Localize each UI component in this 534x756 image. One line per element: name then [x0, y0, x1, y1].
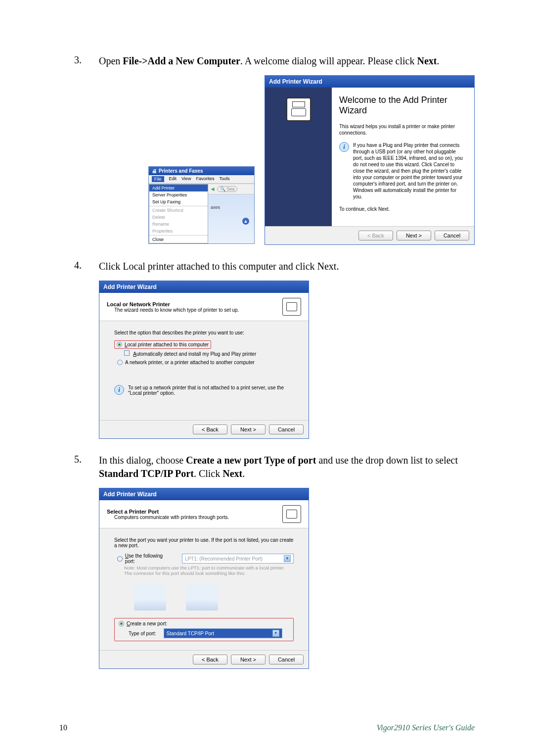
- t: Open: [99, 55, 123, 66]
- radio-network[interactable]: [117, 360, 123, 365]
- back-arrow-icon[interactable]: ◄: [210, 186, 216, 192]
- t: Standard TCP/IP Port: [99, 468, 194, 479]
- wizard1-buttons: < Back Next > Cancel: [265, 226, 474, 244]
- cancel-button[interactable]: Cancel: [435, 231, 469, 240]
- opt-use-port-label: Use the following port:: [125, 553, 173, 564]
- wizard3-buttons: < Back Next > Cancel: [99, 650, 309, 668]
- t: Cancel: [278, 657, 295, 662]
- pf-sidepanel: ◄ 🔍 Sea axes ▲: [208, 184, 254, 243]
- t: Next >: [240, 426, 256, 432]
- step-4-image: Add Printer Wizard Local or Network Prin…: [99, 281, 475, 439]
- opt-local-label: LLocal printer attached to this computer…: [125, 342, 209, 347]
- search-box[interactable]: 🔍 Sea: [217, 186, 238, 192]
- menu-properties: Properties: [149, 228, 208, 235]
- wizard3-header-text: Select a Printer Port Computers communic…: [107, 509, 229, 520]
- wizard-local-network: Add Printer Wizard Local or Network Prin…: [99, 281, 309, 439]
- menu-setup-faxing[interactable]: Set Up Faxing: [149, 198, 208, 205]
- wizard1-p1: This wizard helps you install a printer …: [339, 123, 467, 136]
- wizard1-info-text: If you have a Plug and Play printer that…: [353, 142, 467, 200]
- info-icon: i: [339, 142, 349, 152]
- t: < Back: [202, 426, 219, 432]
- wizard1-sidebar: [265, 88, 332, 226]
- pf-titlebar: Printers and Faxes: [149, 167, 254, 175]
- menu-file[interactable]: File: [152, 176, 164, 182]
- port-type-select[interactable]: Standard TCP/IP Port ▼: [164, 628, 282, 638]
- menu-edit[interactable]: Edit: [169, 176, 177, 182]
- t: Next >: [240, 657, 256, 662]
- t: In this dialog, choose: [99, 455, 186, 466]
- t: .: [437, 55, 439, 66]
- radio-local[interactable]: [117, 342, 122, 347]
- wizard-welcome: Add Printer Wizard Welcome to the Add Pr…: [265, 75, 475, 245]
- menu-view[interactable]: View: [181, 176, 191, 182]
- wizard1-p2: To continue, click Next.: [339, 206, 467, 212]
- radio-row-network: A network printer, or a printer attached…: [117, 360, 294, 365]
- port-select: LPT1: (Recommended Printer Port) ▼: [182, 554, 294, 564]
- t: Cancel: [444, 233, 460, 238]
- type-row: Type of port: Standard TCP/IP Port ▼: [129, 628, 289, 638]
- checkbox-autodetect[interactable]: [124, 350, 130, 356]
- radio-use-port[interactable]: [117, 556, 123, 562]
- t: File->Add a New Computer: [123, 55, 240, 66]
- menu-delete: Delete: [149, 214, 208, 221]
- wizard2-info: i To set up a network printer that is no…: [114, 385, 294, 401]
- info-icon: i: [114, 385, 124, 395]
- wizard2-header-sub: The wizard needs to know which type of p…: [107, 307, 239, 313]
- t: Sea: [226, 187, 234, 191]
- t: . Click: [194, 468, 222, 479]
- next-button[interactable]: Next >: [231, 655, 266, 664]
- pf-body: Add Printer Server Properties Set Up Fax…: [149, 184, 254, 243]
- menu-server-props[interactable]: Server Properties: [149, 191, 208, 198]
- cancel-button[interactable]: Cancel: [269, 655, 304, 664]
- step-3-text: Open File->Add a New Computer. A welcome…: [99, 54, 475, 68]
- wizard3-highlight: Create a new port: Type of port: Standar…: [114, 618, 294, 641]
- printers-faxes-window: Printers and Faxes File Edit View Favori…: [148, 166, 255, 244]
- t: Create a new port Type of port: [186, 455, 316, 466]
- wizard3-prompt: Select the port you want your printer to…: [114, 537, 294, 548]
- step-4-text: Click Local printer attached to this com…: [99, 260, 475, 273]
- back-button[interactable]: < Back: [193, 655, 227, 664]
- radio-row-createport: Create a new port:: [119, 621, 289, 626]
- opt-create-port-label: Create a new port:: [127, 621, 167, 626]
- step-3-num: 3.: [59, 54, 99, 68]
- back-button[interactable]: < Back: [193, 425, 227, 434]
- opt-network-label: A network printer, or a printer attached…: [125, 360, 255, 365]
- t: < Back: [202, 657, 219, 662]
- wizard2-buttons: < Back Next > Cancel: [99, 420, 309, 438]
- check-label: Automatically detect and install my Plug…: [133, 351, 256, 357]
- type-label: Type of port:: [129, 631, 156, 636]
- wizard2-body: Select the option that describes the pri…: [99, 321, 309, 420]
- step-4: 4. Click Local printer attached to this …: [59, 260, 475, 273]
- pf-file-menu: Add Printer Server Properties Set Up Fax…: [149, 184, 208, 243]
- page-number: 10: [59, 723, 67, 732]
- menu-add-printer[interactable]: Add Printer: [149, 185, 208, 191]
- cancel-button[interactable]: Cancel: [269, 425, 304, 434]
- menu-favorites[interactable]: Favorites: [196, 176, 214, 182]
- step-5-num: 5.: [59, 454, 99, 480]
- step-3: 3. Open File->Add a New Computer. A welc…: [59, 54, 475, 68]
- radio-create-port[interactable]: [119, 621, 124, 626]
- step-5: 5. In this dialog, choose Create a new p…: [59, 454, 475, 480]
- pf-side-label: axes: [211, 205, 220, 210]
- collapse-icon[interactable]: ▲: [242, 218, 249, 225]
- wizard3-header: Select a Printer Port Computers communic…: [99, 500, 309, 528]
- next-button[interactable]: Next >: [397, 231, 431, 240]
- wizard3-header-bold: Select a Printer Port: [107, 509, 159, 515]
- wizard2-header: Local or Network Printer The wizard need…: [99, 293, 309, 321]
- t: Cancel: [278, 426, 295, 432]
- next-button[interactable]: Next >: [231, 425, 266, 434]
- menu-close[interactable]: Close: [149, 236, 208, 243]
- pf-toolbar: ◄ 🔍 Sea: [208, 184, 254, 194]
- menu-tools[interactable]: Tools: [219, 176, 229, 182]
- guide-title: Vigor2910 Series User's Guide: [377, 723, 475, 732]
- wizard2-prompt: Select the option that describes the pri…: [114, 330, 294, 335]
- wizard3-header-sub: Computers communicate with printers thro…: [107, 515, 229, 520]
- chevron-down-icon[interactable]: ▼: [272, 630, 279, 637]
- t: and use the drop down list to select: [316, 455, 458, 466]
- wizard2-info-text: To set up a network printer that is not …: [128, 385, 294, 396]
- wizard1-info: i If you have a Plug and Play printer th…: [339, 142, 467, 206]
- t: .: [242, 468, 245, 479]
- printer-illustration-icon: [134, 583, 166, 611]
- port-illustration: [134, 583, 294, 611]
- wizard2-header-bold: Local or Network Printer: [107, 301, 170, 307]
